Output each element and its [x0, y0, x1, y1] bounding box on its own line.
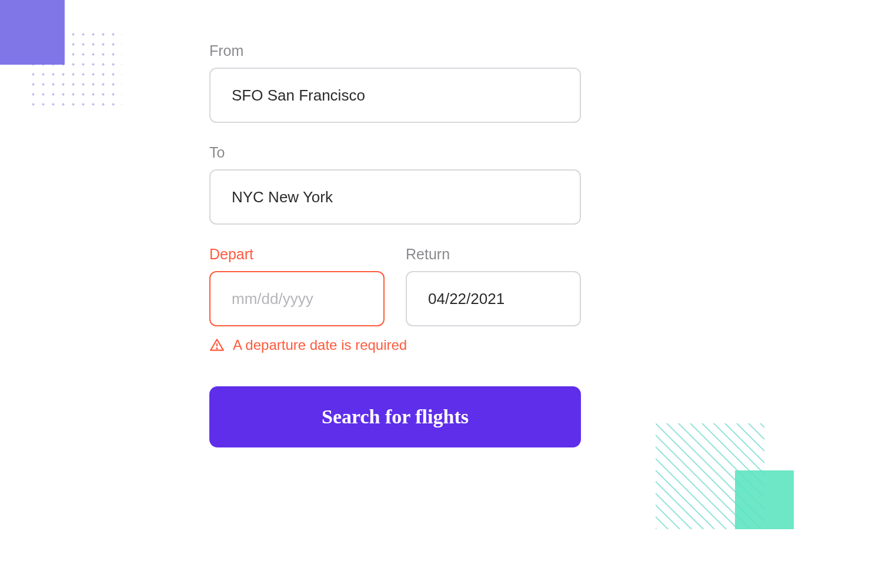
depart-input[interactable] — [209, 271, 385, 326]
depart-label: Depart — [209, 246, 385, 263]
to-field-group: To — [209, 144, 581, 225]
to-input[interactable] — [209, 169, 581, 225]
depart-error-text: A departure date is required — [233, 337, 407, 353]
from-input[interactable] — [209, 68, 581, 123]
return-label: Return — [406, 246, 581, 263]
from-field-group: From — [209, 42, 581, 123]
search-flights-button[interactable]: Search for flights — [209, 386, 581, 447]
depart-error-message: A departure date is required — [209, 337, 581, 353]
return-input[interactable] — [406, 271, 581, 326]
depart-field-group: Depart — [209, 246, 385, 326]
from-label: From — [209, 42, 581, 59]
decoration-teal-square — [735, 470, 794, 529]
warning-icon — [209, 338, 225, 353]
decoration-purple-square — [0, 0, 65, 65]
return-field-group: Return — [406, 246, 581, 326]
flight-search-form: From To Depart Return A departure date i… — [209, 42, 581, 447]
svg-point-1 — [216, 348, 217, 349]
date-row: Depart Return — [209, 246, 581, 326]
to-label: To — [209, 144, 581, 161]
